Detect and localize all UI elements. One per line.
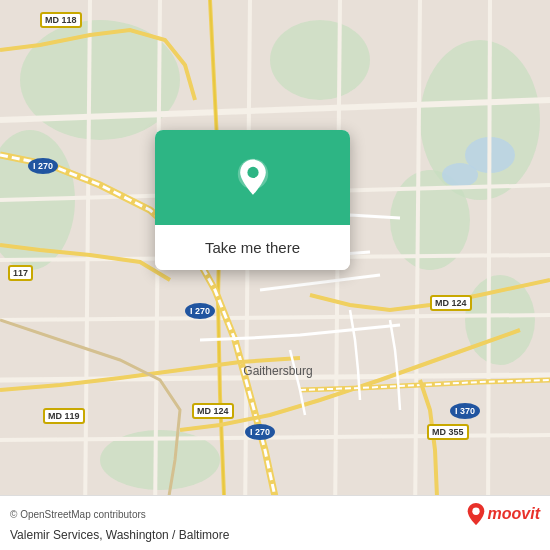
road-badge-i270-left: I 270 bbox=[28, 158, 58, 174]
svg-text:Gaithersburg: Gaithersburg bbox=[243, 364, 312, 378]
road-badge-i270-bottom: I 270 bbox=[245, 424, 275, 440]
moovit-logo: moovit bbox=[466, 502, 540, 526]
road-badge-md118: MD 118 bbox=[40, 12, 82, 28]
map-container: Gaithersburg MD 118 I 270 117 I 270 MD 1… bbox=[0, 0, 550, 550]
location-label: Valemir Services, Washington / Baltimore bbox=[10, 528, 540, 542]
svg-point-4 bbox=[465, 275, 535, 365]
road-badge-rt117: 117 bbox=[8, 265, 33, 281]
svg-point-25 bbox=[472, 508, 479, 515]
svg-point-8 bbox=[442, 163, 478, 187]
moovit-brand-text: moovit bbox=[488, 505, 540, 523]
road-badge-md124-right: MD 124 bbox=[430, 295, 472, 311]
svg-point-5 bbox=[270, 20, 370, 100]
location-pin-icon bbox=[233, 158, 273, 198]
road-badge-md119: MD 119 bbox=[43, 408, 85, 424]
map-roads: Gaithersburg bbox=[0, 0, 550, 550]
copyright-text: © OpenStreetMap contributors bbox=[10, 509, 146, 520]
take-me-there-button[interactable]: Take me there bbox=[155, 225, 350, 270]
popup-header bbox=[155, 130, 350, 225]
road-badge-i270-mid: I 270 bbox=[185, 303, 215, 319]
moovit-pin-icon bbox=[466, 502, 486, 526]
location-popup: Take me there bbox=[155, 130, 350, 270]
road-badge-i370: I 370 bbox=[450, 403, 480, 419]
road-badge-md124-bottom: MD 124 bbox=[192, 403, 234, 419]
bottom-bar: © OpenStreetMap contributors moovit Vale… bbox=[0, 495, 550, 550]
svg-line-19 bbox=[415, 0, 420, 520]
svg-point-24 bbox=[247, 166, 258, 177]
svg-line-20 bbox=[488, 0, 490, 520]
road-badge-md355-bottom: MD 355 bbox=[427, 424, 469, 440]
